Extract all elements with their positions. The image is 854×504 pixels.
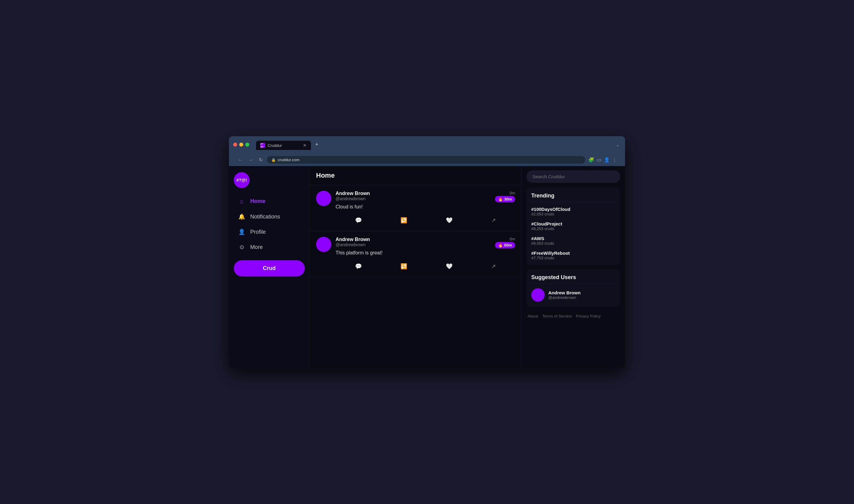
footer-link-tos[interactable]: Terms of Service bbox=[542, 314, 572, 319]
post-author-name-1: Andrew Brown bbox=[336, 191, 370, 196]
trend-item-1[interactable]: #100DaysOfCloud #2,053 cruds bbox=[531, 206, 615, 216]
sidebar-item-notifications[interactable]: 🔔 Notifications bbox=[234, 210, 305, 224]
post-flame-badge-1: 🔥 30m bbox=[495, 196, 515, 202]
trending-section: Trending #100DaysOfCloud #2,053 cruds #C… bbox=[526, 188, 620, 265]
post-actions-2: 💬 🔁 🤍 ↗ bbox=[336, 260, 515, 271]
flame-icon-2: 🔥 bbox=[498, 243, 503, 248]
post-user-info-2: Andrew Brown @andrewbrown bbox=[336, 237, 370, 247]
share-button-1[interactable]: ↗ bbox=[488, 215, 500, 226]
post-time-info-1: 0m 🔥 30m bbox=[495, 191, 515, 202]
address-bar[interactable]: 🔒 cruddur.com bbox=[267, 156, 585, 164]
post-header-1: Andrew Brown @andrewbrown 0m 🔥 30m bbox=[336, 191, 515, 202]
post-flame-badge-2: 🔥 60m bbox=[495, 242, 515, 248]
active-tab[interactable]: #?@! Cruddur ✕ bbox=[256, 141, 311, 150]
browser-actions: 🧩 ▭ 👤 ⋮ bbox=[588, 157, 617, 163]
post-avatar-2 bbox=[316, 237, 331, 252]
post-avatar-1 bbox=[316, 191, 331, 206]
bell-icon: 🔔 bbox=[238, 213, 245, 220]
address-bar-row: ← → ↻ 🔒 cruddur.com 🧩 ▭ 👤 ⋮ bbox=[233, 154, 621, 166]
crud-button[interactable]: Crud bbox=[234, 260, 305, 276]
browser-window: #?@! Cruddur ✕ + ⌄ ← → ↻ 🔒 cruddur.com 🧩… bbox=[229, 136, 625, 368]
post-author-handle-2: @andrewbrown bbox=[336, 242, 370, 247]
suggested-avatar-1 bbox=[531, 288, 545, 302]
traffic-light-maximize[interactable] bbox=[245, 143, 249, 147]
suggested-user-1[interactable]: Andrew Brown @andrewbrown bbox=[531, 288, 615, 302]
browser-chrome: #?@! Cruddur ✕ + ⌄ ← → ↻ 🔒 cruddur.com 🧩… bbox=[229, 136, 625, 166]
back-button[interactable]: ← bbox=[237, 157, 244, 163]
footer-link-about[interactable]: About bbox=[528, 314, 538, 319]
forward-button[interactable]: → bbox=[247, 157, 254, 163]
sidebar-item-more[interactable]: ⊙ More bbox=[234, 240, 305, 254]
post-text-1: Cloud is fun! bbox=[336, 204, 515, 210]
like-button-1[interactable]: 🤍 bbox=[442, 215, 456, 226]
post-content-2: Andrew Brown @andrewbrown 0m 🔥 60m This … bbox=[336, 237, 515, 271]
suggested-users-section: Suggested Users Andrew Brown @andrewbrow… bbox=[526, 269, 620, 307]
feed-header: Home bbox=[310, 166, 521, 185]
suggested-users-title: Suggested Users bbox=[531, 274, 615, 284]
traffic-light-close[interactable] bbox=[233, 143, 237, 147]
tab-bar: #?@! Cruddur ✕ + bbox=[256, 139, 322, 150]
sidebar-item-profile[interactable]: 👤 Profile bbox=[234, 225, 305, 239]
right-panel: Trending #100DaysOfCloud #2,053 cruds #C… bbox=[521, 166, 625, 368]
suggested-user-info-1: Andrew Brown @andrewbrown bbox=[548, 290, 581, 300]
lock-icon: 🔒 bbox=[271, 158, 276, 162]
post-author-name-2: Andrew Brown bbox=[336, 237, 370, 242]
traffic-light-minimize[interactable] bbox=[239, 143, 243, 147]
sidebar-item-profile-label: Profile bbox=[250, 229, 266, 235]
sidebar-item-notifications-label: Notifications bbox=[250, 214, 280, 220]
trend-item-2[interactable]: #CloudProject #8,253 cruds bbox=[531, 221, 615, 231]
new-tab-button[interactable]: + bbox=[312, 139, 322, 150]
trending-title: Trending bbox=[531, 193, 615, 202]
trend-item-4[interactable]: #FreeWillyReboot #7,753 cruds bbox=[531, 251, 615, 260]
more-icon: ⊙ bbox=[238, 244, 245, 251]
sidebar-item-more-label: More bbox=[250, 244, 263, 251]
search-input[interactable] bbox=[526, 170, 620, 183]
sidebar-item-home[interactable]: ⌂ Home bbox=[234, 194, 305, 209]
post-content-1: Andrew Brown @andrewbrown 0m 🔥 30m Cloud… bbox=[336, 191, 515, 226]
post-author-handle-1: @andrewbrown bbox=[336, 196, 370, 201]
tab-favicon: #?@! bbox=[260, 143, 265, 148]
footer-link-privacy[interactable]: Privacy Policy bbox=[576, 314, 601, 319]
tab-title: Cruddur bbox=[268, 143, 282, 148]
extensions-icon[interactable]: 🧩 bbox=[588, 157, 594, 163]
share-button-2[interactable]: ↗ bbox=[488, 261, 500, 271]
post-time-2: 0m bbox=[510, 237, 515, 241]
url-text: cruddur.com bbox=[278, 158, 300, 162]
footer-links: About Terms of Service Privacy Policy bbox=[526, 311, 620, 322]
profile-icon[interactable]: 👤 bbox=[604, 157, 610, 163]
reload-button[interactable]: ↻ bbox=[257, 156, 264, 163]
browser-menu-icon[interactable]: ⋮ bbox=[612, 157, 617, 163]
repost-button-1[interactable]: 🔁 bbox=[397, 215, 411, 226]
post-time-info-2: 0m 🔥 60m bbox=[495, 237, 515, 248]
tab-close-button[interactable]: ✕ bbox=[303, 143, 307, 148]
post-item: Andrew Brown @andrewbrown 0m 🔥 60m This … bbox=[310, 231, 521, 277]
sidebar: #?@! ⌂ Home 🔔 Notifications 👤 Profile ⊙ … bbox=[229, 166, 310, 368]
sidebar-item-home-label: Home bbox=[250, 198, 265, 204]
flame-icon-1: 🔥 bbox=[498, 197, 503, 201]
split-view-icon[interactable]: ▭ bbox=[597, 157, 601, 163]
reply-button-1[interactable]: 💬 bbox=[351, 215, 366, 226]
post-text-2: This platform is great! bbox=[336, 250, 515, 256]
post-actions-1: 💬 🔁 🤍 ↗ bbox=[336, 214, 515, 226]
app-logo[interactable]: #?@! bbox=[234, 172, 250, 188]
post-user-info-1: Andrew Brown @andrewbrown bbox=[336, 191, 370, 201]
repost-button-2[interactable]: 🔁 bbox=[397, 261, 411, 271]
main-feed: Home Andrew Brown @andrewbrown 0m 🔥 bbox=[310, 166, 521, 368]
browser-menu-chevron[interactable]: ⌄ bbox=[616, 142, 621, 147]
reply-button-2[interactable]: 💬 bbox=[351, 261, 366, 271]
post-header-2: Andrew Brown @andrewbrown 0m 🔥 60m bbox=[336, 237, 515, 248]
feed-title: Home bbox=[316, 172, 515, 179]
trend-item-3[interactable]: #AWS #9,053 cruds bbox=[531, 236, 615, 246]
home-icon: ⌂ bbox=[238, 198, 245, 205]
post-time-1: 0m bbox=[510, 191, 515, 195]
app-container: #?@! ⌂ Home 🔔 Notifications 👤 Profile ⊙ … bbox=[229, 166, 625, 368]
post-item: Andrew Brown @andrewbrown 0m 🔥 30m Cloud… bbox=[310, 185, 521, 231]
like-button-2[interactable]: 🤍 bbox=[442, 261, 456, 271]
profile-nav-icon: 👤 bbox=[238, 229, 245, 235]
